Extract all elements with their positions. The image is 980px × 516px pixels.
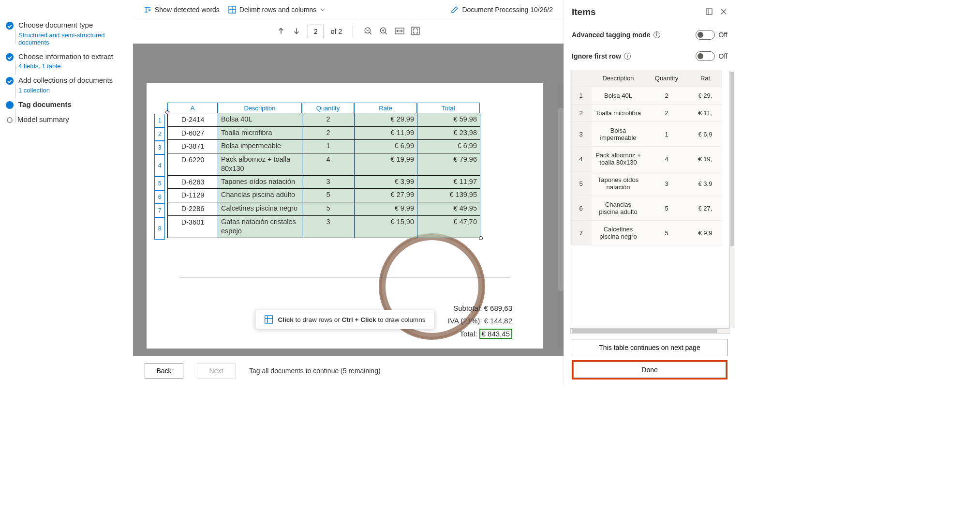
- page-input[interactable]: [308, 25, 324, 38]
- items-row[interactable]: 6Chanclas piscina adulto5€ 27,: [570, 196, 722, 221]
- row-head[interactable]: 8: [154, 217, 165, 240]
- cell-qty[interactable]: 5: [302, 202, 355, 215]
- cell-total[interactable]: € 6,99: [417, 140, 480, 153]
- cell-code[interactable]: D-2414: [168, 113, 218, 126]
- cell-rate[interactable]: € 27,99: [355, 189, 417, 202]
- items-row[interactable]: 4Pack albornoz + toalla 80x1304€ 19,: [570, 147, 722, 171]
- cell-code[interactable]: D-6263: [168, 176, 218, 189]
- toggle-switch[interactable]: [696, 30, 715, 40]
- cell-qty[interactable]: 4: [302, 153, 355, 175]
- cell-code[interactable]: D-1129: [168, 189, 218, 202]
- cell-desc[interactable]: Tapones oídos natación: [218, 176, 302, 189]
- page-next-button[interactable]: [292, 27, 301, 37]
- scrollbar-thumb[interactable]: [572, 329, 717, 333]
- cell-qty[interactable]: 3: [302, 176, 355, 189]
- cell-rate[interactable]: € 9,99: [355, 202, 417, 215]
- table-row[interactable]: D-1129Chanclas piscina adulto5€ 27,99€ 1…: [168, 188, 480, 202]
- nav-step-summary[interactable]: Model summary: [6, 112, 133, 127]
- advanced-tagging-toggle[interactable]: Advanced tagging modei Off: [572, 24, 728, 46]
- col-head[interactable]: Description: [218, 103, 302, 113]
- table-row[interactable]: D-2286Calcetines piscina negro5€ 9,99€ 4…: [168, 202, 480, 215]
- row-head[interactable]: 4: [154, 154, 165, 177]
- back-button[interactable]: Back: [145, 363, 183, 379]
- items-row[interactable]: 1Bolsa 40L2€ 29,: [570, 87, 722, 105]
- cell-rate[interactable]: € 6,99: [355, 140, 417, 153]
- row-head[interactable]: 3: [154, 141, 165, 154]
- col-head[interactable]: Rate: [354, 103, 417, 113]
- table-row[interactable]: D-6263Tapones oídos natación3€ 3,99€ 11,…: [168, 175, 480, 189]
- tag-grid[interactable]: A Description Quantity Rate Total 123456…: [154, 103, 480, 238]
- row-head[interactable]: 7: [154, 204, 165, 217]
- cell-total[interactable]: € 139,95: [417, 189, 480, 202]
- nav-step-collections[interactable]: Add collections of documents 1 collectio…: [6, 73, 133, 97]
- zoom-in-button[interactable]: [379, 27, 388, 37]
- cell-qty[interactable]: 1: [302, 140, 355, 153]
- table-row[interactable]: D-6220Pack albornoz + toalla 80x1304€ 19…: [168, 153, 480, 175]
- fit-width-button[interactable]: [395, 27, 404, 37]
- scrollbar-thumb[interactable]: [730, 72, 734, 246]
- cell-total[interactable]: € 59,98: [417, 113, 480, 126]
- cell-desc[interactable]: Toalla microfibra: [218, 127, 302, 140]
- fit-page-button[interactable]: [411, 27, 420, 37]
- items-scrollbar-h[interactable]: [570, 328, 729, 334]
- scrollbar-thumb[interactable]: [558, 107, 564, 291]
- cell-total[interactable]: € 49,95: [417, 202, 480, 215]
- items-row[interactable]: 5Tapones oídos natación3€ 3,9: [570, 171, 722, 196]
- col-head[interactable]: Quantity: [302, 103, 354, 113]
- cell-rate[interactable]: € 11,99: [355, 127, 417, 140]
- cell-qty[interactable]: 3: [302, 216, 355, 238]
- info-icon[interactable]: i: [624, 53, 631, 60]
- col-head[interactable]: Total: [417, 103, 480, 113]
- table-row[interactable]: D-6027Toalla microfibra2€ 11,99€ 23,98: [168, 126, 480, 140]
- cell-desc[interactable]: Bolsa 40L: [218, 113, 302, 126]
- delimit-button[interactable]: Delimit rows and columns: [228, 6, 326, 14]
- show-words-button[interactable]: Show detected words: [144, 6, 220, 14]
- cell-desc[interactable]: Calcetines piscina negro: [218, 202, 302, 215]
- nav-step-extract[interactable]: Choose information to extract 4 fields, …: [6, 49, 133, 73]
- cell-total[interactable]: € 47,70: [417, 216, 480, 238]
- table-row[interactable]: D-2414Bolsa 40L2€ 29,99€ 59,98: [168, 113, 480, 126]
- cell-code[interactable]: D-3871: [168, 140, 218, 153]
- cell-total[interactable]: € 11,97: [417, 176, 480, 189]
- cell-desc[interactable]: Chanclas piscina adulto: [218, 189, 302, 202]
- row-head[interactable]: 1: [154, 114, 165, 127]
- doc-title[interactable]: Document Processing 10/26/2: [451, 6, 553, 14]
- cell-desc[interactable]: Gafas natación cristales espejo: [218, 216, 302, 238]
- row-head[interactable]: 5: [154, 177, 165, 190]
- canvas-scrollbar[interactable]: [558, 83, 564, 349]
- cell-code[interactable]: D-6027: [168, 127, 218, 140]
- ignore-first-row-toggle[interactable]: Ignore first rowi Off: [572, 46, 728, 67]
- items-row[interactable]: 3Bolsa impermeable1€ 6,9: [570, 122, 722, 147]
- table-row[interactable]: D-3601Gafas natación cristales espejo3€ …: [168, 215, 480, 238]
- cell-total[interactable]: € 79,96: [417, 153, 480, 175]
- items-row[interactable]: 2Toalla microfibra2€ 11,: [570, 105, 722, 122]
- page-prev-button[interactable]: [277, 27, 285, 37]
- cell-code[interactable]: D-3601: [168, 216, 218, 238]
- popout-icon[interactable]: [705, 8, 713, 17]
- cell-code[interactable]: D-6220: [168, 153, 218, 175]
- selection-handle[interactable]: [479, 236, 483, 240]
- info-icon[interactable]: i: [653, 31, 660, 38]
- nav-step-tag[interactable]: Tag documents: [6, 97, 133, 112]
- cell-qty[interactable]: 2: [302, 127, 355, 140]
- cell-rate[interactable]: € 15,90: [355, 216, 417, 238]
- zoom-out-button[interactable]: [364, 27, 372, 37]
- done-button[interactable]: Done: [573, 362, 726, 378]
- cell-qty[interactable]: 2: [302, 113, 355, 126]
- items-scrollbar-v[interactable]: [729, 71, 735, 328]
- document-canvas[interactable]: A Description Quantity Rate Total 123456…: [133, 44, 564, 356]
- cell-code[interactable]: D-2286: [168, 202, 218, 215]
- cell-qty[interactable]: 5: [302, 189, 355, 202]
- close-icon[interactable]: [720, 8, 728, 17]
- row-head[interactable]: 2: [154, 127, 165, 141]
- cell-rate[interactable]: € 29,99: [355, 113, 417, 126]
- items-row[interactable]: 7Calcetines piscina negro5€ 9,9: [570, 221, 722, 245]
- items-table[interactable]: Description Quantity Rat 1Bolsa 40L2€ 29…: [570, 70, 735, 334]
- toggle-switch[interactable]: [696, 51, 715, 61]
- continue-next-page-button[interactable]: This table continues on next page: [572, 339, 728, 356]
- cell-rate[interactable]: € 19,99: [355, 153, 417, 175]
- table-row[interactable]: D-3871Bolsa impermeable1€ 6,99€ 6,99: [168, 139, 480, 153]
- nav-step-doctype[interactable]: Choose document type Structured and semi…: [6, 17, 133, 49]
- cell-total[interactable]: € 23,98: [417, 127, 480, 140]
- cell-rate[interactable]: € 3,99: [355, 176, 417, 189]
